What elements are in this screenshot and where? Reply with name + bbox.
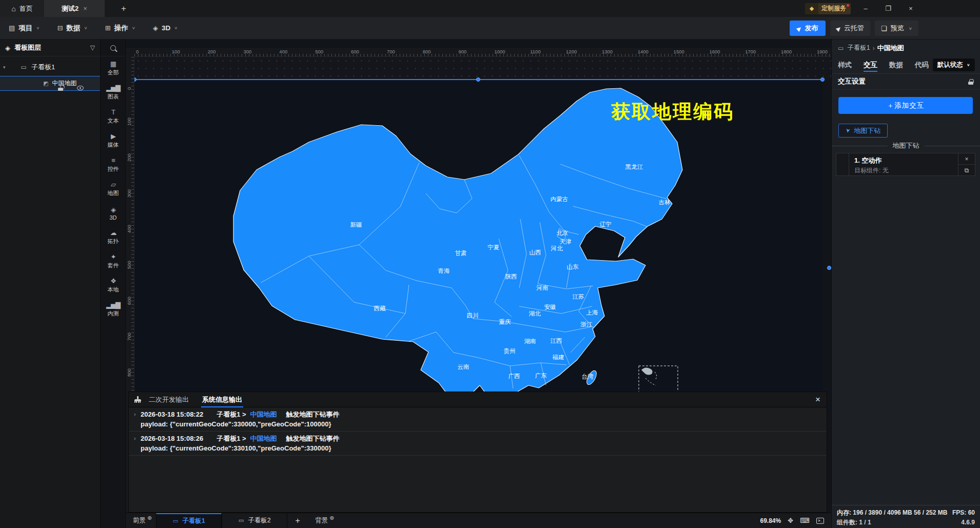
interaction-action-card[interactable]: 1. 空动作 目标组件: 无 × ⧉ [836, 153, 975, 176]
province-label[interactable]: 浙江 [580, 321, 593, 327]
province-label[interactable]: 福建 [553, 354, 564, 360]
subboard-tab-1[interactable]: ▭子看板1 [156, 513, 222, 528]
window-minimize-button[interactable]: – [858, 0, 873, 17]
province-label[interactable]: 山东 [567, 264, 579, 270]
search-icon[interactable] [110, 45, 116, 51]
cloud-hosting-button[interactable]: ▶ 云托管 [830, 21, 870, 36]
province-label[interactable]: 甘肃 [455, 250, 467, 256]
console-log-entry[interactable]: ›2026-03-18 15:08:26子看板1 >中国地图触发地图下钻事件pa… [129, 432, 827, 456]
publish-button[interactable]: ▶ 发布 [790, 21, 825, 36]
province-label[interactable]: 宁夏 [488, 244, 500, 250]
map-drilldown-button[interactable]: ➤ 地图下钻 [838, 124, 888, 138]
caret-down-icon[interactable]: ▾ [3, 65, 6, 70]
console-tab-0[interactable]: 二次开发输出 [149, 392, 189, 407]
preview-button[interactable]: ❏ 预览 ∨ [875, 21, 918, 36]
province-label[interactable]: 河南 [536, 285, 548, 291]
component-category-widgets[interactable]: ≡控件 [101, 153, 126, 177]
province-label[interactable]: 安徽 [544, 304, 556, 310]
expand-log-icon[interactable]: › [134, 435, 141, 452]
province-label[interactable]: 河北 [551, 245, 563, 251]
selection-handle-mid-right[interactable] [827, 266, 831, 270]
zoom-percent[interactable]: 69.84% [760, 517, 781, 524]
inspector-tab-0[interactable]: 样式 [838, 56, 852, 74]
province-label[interactable]: 贵州 [504, 348, 516, 355]
inspector-tab-1[interactable]: 交互 [864, 56, 877, 74]
province-label[interactable]: 广东 [535, 373, 547, 379]
component-category-kits[interactable]: ✦套件 [101, 249, 126, 273]
window-close-button[interactable]: × [903, 0, 918, 17]
component-category-beta[interactable]: ▂▅▇内测 [101, 298, 126, 322]
province-label[interactable]: 西藏 [374, 305, 386, 311]
fit-screen-icon[interactable]: ✥ [788, 517, 793, 524]
subboard-tab-2[interactable]: ▭子看板2 [222, 513, 287, 528]
filter-icon[interactable]: ▽ [90, 44, 95, 51]
inspector-tab-3[interactable]: 代码 [915, 56, 929, 74]
add-foreground-icon[interactable]: ⊕ [147, 515, 152, 521]
log-component-link[interactable]: 中国地图 [250, 410, 277, 418]
china-map-component[interactable]: 新疆黑龙江吉林辽宁内蒙古北京天津河北山西宁夏甘肃青海山东陕西河南江苏安徽上海西藏… [232, 85, 683, 403]
inspector-tab-2[interactable]: 数据 [889, 56, 903, 74]
document-tab[interactable]: 测试2 × [44, 0, 105, 17]
horizontal-ruler[interactable]: 0100200300400500600700800900100011001200… [134, 48, 831, 57]
background-label[interactable]: 背景 ⊕ [308, 516, 338, 525]
eye-icon[interactable] [77, 86, 84, 90]
selection-handle-top-right[interactable] [820, 77, 825, 82]
console-log-entry[interactable]: ›2026-03-18 15:08:22子看板1 >中国地图触发地图下钻事件pa… [129, 407, 827, 432]
console-tab-1[interactable]: 系统信息输出 [202, 392, 242, 407]
expand-log-icon[interactable]: › [134, 411, 141, 428]
tree-leaf-china-map[interactable]: ◩ 中国地图 [0, 76, 100, 91]
province-label[interactable]: 新疆 [350, 222, 363, 228]
window-maximize-button[interactable]: ❐ [880, 0, 896, 17]
province-label[interactable]: 陕西 [505, 273, 517, 280]
selection-handle-top-center[interactable] [476, 77, 480, 82]
menu-3d[interactable]: ◈ 3D ∨ [144, 17, 187, 40]
province-label[interactable]: 江西 [551, 338, 562, 344]
remove-action-icon[interactable]: × [958, 153, 975, 165]
console-close-icon[interactable]: × [815, 392, 820, 407]
component-category-3d[interactable]: ◈3D [101, 201, 126, 225]
province-label[interactable]: 黑龙江 [625, 164, 643, 170]
province-label[interactable]: 广西 [508, 373, 520, 379]
province-label[interactable]: 北京 [557, 230, 569, 236]
new-tab-button[interactable]: + [115, 0, 132, 17]
add-background-icon[interactable]: ⊕ [329, 515, 334, 521]
province-label[interactable]: 湖北 [529, 310, 541, 317]
province-label[interactable]: 台湾 [582, 374, 594, 380]
component-category-all[interactable]: ▦全部 [101, 56, 126, 81]
document-tab-close-icon[interactable]: × [83, 5, 87, 12]
province-label[interactable]: 天津 [560, 239, 572, 245]
province-label[interactable]: 吉林 [659, 199, 671, 205]
component-category-maps[interactable]: ▱地图 [101, 177, 126, 201]
custom-service-badge[interactable]: ◆ 定制服务 [805, 3, 851, 14]
menu-data[interactable]: ⊟ 数据 ∨ [49, 17, 96, 40]
state-dropdown[interactable]: 默认状态 ∨ [933, 58, 975, 71]
tree-group-subboard1[interactable]: ▾ ▭ 子看板1 [0, 60, 100, 75]
lock-icon[interactable] [968, 79, 974, 85]
province-label[interactable]: 内蒙古 [551, 196, 569, 202]
canvas[interactable]: 新疆黑龙江吉林辽宁内蒙古北京天津河北山西宁夏甘肃青海山东陕西河南江苏安徽上海西藏… [126, 40, 831, 528]
menu-actions[interactable]: ⊞ 操作 ∨ [96, 17, 144, 40]
province-label[interactable]: 山西 [530, 249, 541, 256]
foreground-label[interactable]: 前景 ⊕ [126, 516, 156, 525]
menu-project[interactable]: ▤ 项目 ∨ [0, 17, 49, 40]
add-subboard-button[interactable]: + [287, 516, 308, 525]
breadcrumb-parent[interactable]: 子看板1 [847, 44, 870, 52]
keyboard-shortcuts-icon[interactable]: ⌨ [800, 517, 810, 524]
province-label[interactable]: 四川 [467, 312, 479, 319]
province-label[interactable]: 湖南 [524, 338, 536, 344]
component-category-media[interactable]: ▶媒体 [101, 129, 126, 153]
component-category-topology[interactable]: ☁拓扑 [101, 225, 126, 249]
province-label[interactable]: 江苏 [573, 294, 585, 300]
component-category-local[interactable]: ❖本地 [101, 273, 126, 298]
unlock-icon[interactable] [58, 85, 64, 91]
component-category-charts[interactable]: ▂▅▇图表 [101, 81, 126, 105]
province-label[interactable]: 辽宁 [600, 221, 612, 227]
clear-console-icon[interactable] [134, 396, 142, 403]
province-label[interactable]: 青海 [438, 268, 450, 274]
province-label[interactable]: 云南 [458, 364, 469, 370]
log-component-link[interactable]: 中国地图 [250, 435, 277, 442]
province-label[interactable]: 重庆 [499, 319, 512, 325]
home-button[interactable]: ⌂ 首页 [0, 0, 44, 17]
component-category-text[interactable]: T文本 [101, 105, 126, 129]
province-label[interactable]: 上海 [586, 309, 599, 316]
